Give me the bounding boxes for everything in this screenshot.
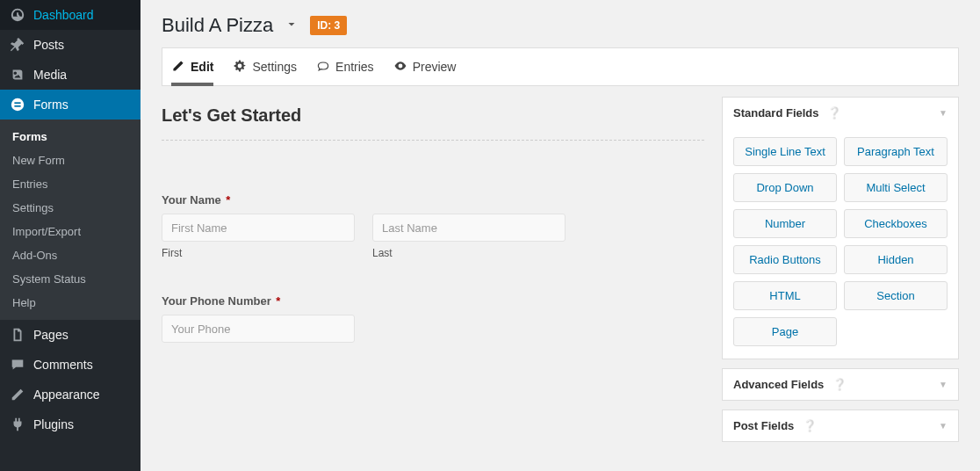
svg-point-0 xyxy=(11,98,24,111)
help-icon[interactable]: ❔ xyxy=(827,106,841,120)
svg-rect-1 xyxy=(14,102,20,104)
field-type-number[interactable]: Number xyxy=(733,209,837,238)
sidebar-item-label: Forms xyxy=(33,98,68,112)
help-icon[interactable]: ❔ xyxy=(832,378,847,391)
panel-title: Advanced Fields xyxy=(733,378,824,391)
first-name-sublabel: First xyxy=(162,247,355,259)
last-name-sublabel: Last xyxy=(372,247,566,259)
forms-icon xyxy=(9,97,26,112)
field-type-drop-down[interactable]: Drop Down xyxy=(733,173,837,202)
sidebar-subitem-system-status[interactable]: System Status xyxy=(0,267,141,291)
sidebar-item-label: Dashboard xyxy=(33,8,94,22)
sidebar-item-posts[interactable]: Posts xyxy=(0,30,141,60)
field-type-section[interactable]: Section xyxy=(844,281,948,310)
field-type-page[interactable]: Page xyxy=(733,317,837,346)
form-editor-area: Let's Get Started Your Name * First Last xyxy=(162,97,704,471)
first-name-input[interactable] xyxy=(162,214,355,242)
sidebar-item-dashboard[interactable]: Dashboard xyxy=(0,0,141,30)
sidebar-item-pages[interactable]: Pages xyxy=(0,320,141,350)
dashboard-icon xyxy=(9,7,26,23)
field-type-checkboxes[interactable]: Checkboxes xyxy=(844,209,948,238)
comments-icon xyxy=(9,357,26,373)
sidebar-item-label: Media xyxy=(33,68,67,82)
sidebar-submenu-forms: Forms New Form Entries Settings Import/E… xyxy=(0,120,141,320)
field-type-single-line-text[interactable]: Single Line Text xyxy=(733,137,837,166)
media-icon xyxy=(9,67,26,83)
sidebar-subitem-forms[interactable]: Forms xyxy=(0,125,141,149)
field-palette: Standard Fields ❔ ▼ Single Line Text Par… xyxy=(722,97,959,471)
sidebar-subitem-import-export[interactable]: Import/Export xyxy=(0,220,141,243)
field-phone[interactable]: Your Phone Number * xyxy=(162,294,704,343)
field-type-html[interactable]: HTML xyxy=(733,281,837,310)
collapse-toggle[interactable]: ▼ xyxy=(939,108,948,118)
sidebar-item-appearance[interactable]: Appearance xyxy=(0,380,141,409)
field-type-paragraph-text[interactable]: Paragraph Text xyxy=(844,137,948,166)
content-row: Let's Get Started Your Name * First Last xyxy=(162,97,959,471)
help-icon[interactable]: ❔ xyxy=(803,419,817,432)
pages-icon xyxy=(9,327,26,343)
gear-icon xyxy=(233,59,247,76)
sidebar-item-label: Posts xyxy=(33,38,64,52)
chat-icon xyxy=(316,59,330,76)
field-name[interactable]: Your Name * First Last xyxy=(162,193,704,259)
panel-post-fields: Post Fields ❔ ▼ xyxy=(722,409,959,442)
tab-label: Settings xyxy=(252,60,297,74)
tab-label: Entries xyxy=(335,60,374,74)
sidebar-subitem-settings[interactable]: Settings xyxy=(0,196,141,220)
field-type-multi-select[interactable]: Multi Select xyxy=(844,173,948,202)
panel-header-advanced[interactable]: Advanced Fields ❔ ▼ xyxy=(723,369,958,400)
form-section-title: Let's Get Started xyxy=(162,105,704,141)
admin-sidebar: Dashboard Posts Media Forms Forms New Fo… xyxy=(0,0,141,471)
pin-icon xyxy=(9,37,26,53)
panel-header-standard[interactable]: Standard Fields ❔ ▼ xyxy=(723,98,958,128)
panel-header-post[interactable]: Post Fields ❔ ▼ xyxy=(723,410,958,441)
chevron-down-icon xyxy=(285,18,298,31)
sidebar-item-media[interactable]: Media xyxy=(0,60,141,90)
last-name-input[interactable] xyxy=(372,214,566,242)
field-type-radio-buttons[interactable]: Radio Buttons xyxy=(733,245,837,274)
collapse-toggle[interactable]: ▼ xyxy=(939,380,948,389)
eye-icon xyxy=(393,59,407,76)
field-label: Your Name * xyxy=(162,193,704,207)
field-label: Your Phone Number * xyxy=(162,294,704,308)
svg-rect-2 xyxy=(14,105,20,107)
panel-title: Standard Fields xyxy=(733,106,819,120)
sidebar-item-plugins[interactable]: Plugins xyxy=(0,409,141,439)
required-marker: * xyxy=(226,193,230,207)
tab-entries[interactable]: Entries xyxy=(316,48,374,85)
sidebar-item-label: Comments xyxy=(33,358,93,372)
tab-edit[interactable]: Edit xyxy=(171,48,213,85)
sidebar-item-label: Pages xyxy=(33,328,68,342)
sidebar-subitem-entries[interactable]: Entries xyxy=(0,172,141,196)
main-content: Build A Pizza ID: 3 Edit Settings Entrie… xyxy=(141,0,980,471)
panel-body-standard: Single Line Text Paragraph Text Drop Dow… xyxy=(723,128,958,359)
form-tabs: Edit Settings Entries Preview xyxy=(162,47,959,86)
panel-title: Post Fields xyxy=(733,419,794,432)
panel-standard-fields: Standard Fields ❔ ▼ Single Line Text Par… xyxy=(722,97,959,359)
edit-icon xyxy=(171,59,185,76)
tab-preview[interactable]: Preview xyxy=(393,48,457,85)
sidebar-subitem-new-form[interactable]: New Form xyxy=(0,149,141,172)
page-title: Build A Pizza xyxy=(162,14,273,37)
sidebar-subitem-add-ons[interactable]: Add-Ons xyxy=(0,243,141,267)
required-marker: * xyxy=(276,294,280,308)
form-id-badge: ID: 3 xyxy=(310,16,347,35)
sidebar-item-label: Plugins xyxy=(33,417,74,431)
form-switcher-toggle[interactable] xyxy=(285,18,298,33)
phone-input[interactable] xyxy=(162,315,355,343)
name-inputs: First Last xyxy=(162,214,704,259)
sidebar-subitem-help[interactable]: Help xyxy=(0,291,141,315)
collapse-toggle[interactable]: ▼ xyxy=(939,421,948,431)
field-type-hidden[interactable]: Hidden xyxy=(844,245,948,274)
sidebar-item-comments[interactable]: Comments xyxy=(0,350,141,380)
tab-label: Edit xyxy=(191,60,213,74)
plugins-icon xyxy=(9,417,26,432)
title-row: Build A Pizza ID: 3 xyxy=(162,14,959,37)
sidebar-item-label: Appearance xyxy=(33,388,100,402)
tab-label: Preview xyxy=(413,60,457,74)
sidebar-item-forms[interactable]: Forms xyxy=(0,90,141,120)
tab-settings[interactable]: Settings xyxy=(233,48,297,85)
appearance-icon xyxy=(9,387,26,402)
panel-advanced-fields: Advanced Fields ❔ ▼ xyxy=(722,368,959,401)
